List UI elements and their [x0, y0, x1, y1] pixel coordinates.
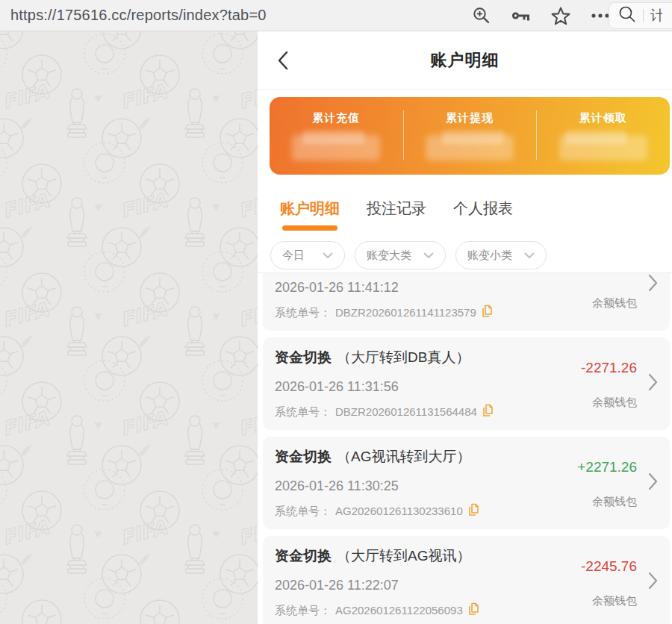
active-tab-underline [282, 225, 337, 231]
search-icon [618, 5, 636, 26]
copy-icon[interactable] [482, 404, 494, 420]
wallet-label: 余额钱包 [592, 396, 637, 410]
summary-card: 累计充值 累计提现 累计领取 [270, 97, 670, 175]
order-label: 系统单号： [275, 405, 331, 419]
page-header: 账户明细 [258, 31, 672, 90]
summary-label: 累计提现 [446, 111, 494, 125]
filter-minor-category-dropdown[interactable]: 账变小类 [455, 241, 547, 269]
chevron-down-icon [524, 252, 535, 259]
wallet-label: 余额钱包 [592, 594, 637, 608]
order-number: AG202601261122056093 [335, 604, 463, 617]
filter-bar: 今日 账变大类 账变小类 [258, 241, 672, 269]
transaction-order-line: 系统单号： AG202601261122056093 [275, 602, 558, 619]
summary-total-withdraw: 累计提现 [403, 97, 537, 175]
transaction-order-line: 系统单号： DBZR202601261131564484 [275, 404, 558, 420]
back-button[interactable] [277, 49, 299, 72]
more-options-icon[interactable] [591, 13, 610, 19]
find-partial-text: 计 [650, 6, 662, 25]
transaction-title: 资金切换（AG视讯转到大厅） [275, 447, 558, 467]
chevron-right-icon [648, 274, 658, 295]
transaction-amount: +2500.16 [577, 272, 637, 277]
summary-label: 累计充值 [312, 111, 360, 125]
copy-icon[interactable] [481, 305, 493, 321]
order-label: 系统单号： [275, 505, 331, 518]
transaction-amount: +2271.26 [577, 459, 637, 475]
transaction-order-line: 系统单号： DBZR202601261141123579 [275, 305, 558, 321]
browser-bar: https://175616.cc/reports/index?tab=0 [0, 0, 672, 31]
page-title: 账户明细 [431, 49, 500, 72]
wallet-label: 余额钱包 [592, 495, 637, 509]
tab-label: 投注记录 [367, 200, 426, 216]
password-key-icon[interactable] [511, 10, 531, 22]
address-bar[interactable]: https://175616.cc/reports/index?tab=0 [10, 7, 267, 24]
chevron-right-icon [648, 472, 658, 493]
transaction-row[interactable]: 2026-01-26 11:41:12 系统单号： DBZR2026012611… [263, 272, 670, 331]
summary-total-claimed: 累计领取 [536, 97, 670, 175]
tab-label: 账户明细 [280, 200, 340, 216]
filter-label: 今日 [282, 249, 305, 263]
summary-total-deposit: 累计充值 [270, 97, 403, 175]
divider [643, 9, 644, 22]
filter-label: 账变小类 [467, 249, 512, 263]
transaction-datetime: 2026-01-26 11:31:56 [275, 378, 558, 396]
transaction-amount: -2245.76 [581, 558, 637, 575]
tab-personal-report[interactable]: 个人报表 [453, 199, 513, 231]
masked-value [426, 135, 514, 160]
find-search-box[interactable]: 计 [609, 2, 672, 29]
order-number: DBZR202601261131564484 [335, 405, 477, 419]
transaction-datetime: 2026-01-26 11:22:07 [275, 576, 558, 594]
account-detail-page: 账户明细 累计充值 累计提现 累计领取 账户明细 投注记录 [258, 31, 672, 624]
order-number: DBZR202601261141123579 [335, 306, 476, 319]
copy-icon[interactable] [467, 602, 479, 619]
tab-bar: 账户明细 投注记录 个人报表 [258, 175, 672, 231]
chevron-right-icon [648, 373, 658, 394]
chevron-down-icon [423, 252, 434, 259]
order-number: AG202601261130233610 [335, 505, 463, 518]
zoom-in-icon[interactable] [472, 6, 491, 25]
summary-label: 累计领取 [579, 111, 627, 125]
filter-date-dropdown[interactable]: 今日 [270, 241, 345, 269]
transaction-row[interactable]: 资金切换（大厅转到AG视讯） 2026-01-26 11:22:07 系统单号：… [263, 536, 670, 624]
transaction-row[interactable]: 资金切换（大厅转到DB真人） 2026-01-26 11:31:56 系统单号：… [263, 337, 670, 430]
tab-label: 个人报表 [453, 200, 513, 216]
transaction-title: 资金切换（大厅转到DB真人） [275, 348, 558, 367]
order-label: 系统单号： [275, 604, 331, 617]
transaction-amount: -2271.26 [581, 360, 637, 376]
wallet-label: 余额钱包 [592, 296, 637, 311]
masked-value [292, 135, 380, 160]
tab-account-detail[interactable]: 账户明细 [280, 199, 340, 231]
bookmark-star-icon[interactable] [551, 7, 570, 25]
copy-icon[interactable] [467, 503, 479, 520]
transaction-title: 资金切换（大厅转到AG视讯） [275, 546, 558, 566]
chevron-down-icon [323, 252, 333, 259]
tab-bet-records[interactable]: 投注记录 [367, 199, 426, 231]
filter-label: 账变大类 [367, 249, 411, 263]
fifa-pattern-icon: FIFA [0, 31, 258, 624]
transaction-list: 2026-01-26 11:41:12 系统单号： DBZR2026012611… [258, 272, 672, 624]
fifa-watermark-background: FIFA [0, 31, 258, 624]
transaction-datetime: 2026-01-26 11:30:25 [275, 477, 558, 495]
transaction-datetime: 2026-01-26 11:41:12 [275, 278, 558, 296]
order-label: 系统单号： [275, 306, 331, 319]
chevron-left-icon [277, 51, 289, 70]
transaction-row[interactable]: 资金切换（AG视讯转到大厅） 2026-01-26 11:30:25 系统单号：… [263, 437, 670, 529]
transaction-order-line: 系统单号： AG202601261130233610 [275, 503, 558, 520]
chevron-right-icon [648, 572, 658, 593]
filter-major-category-dropdown[interactable]: 账变大类 [355, 241, 446, 269]
masked-value [559, 135, 647, 160]
